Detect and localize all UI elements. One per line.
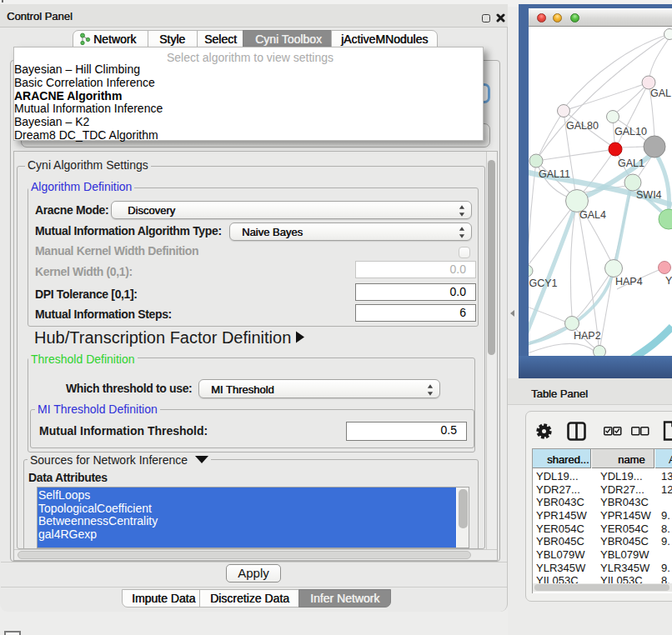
svg-text:HAP4: HAP4	[615, 276, 643, 288]
svg-text:Y: Y	[665, 275, 672, 287]
svg-text:GAL80: GAL80	[566, 120, 599, 132]
svg-text:GAL: GAL	[650, 88, 671, 99]
svg-text:GAL4: GAL4	[579, 209, 606, 221]
svg-text:GAL1: GAL1	[618, 158, 644, 169]
svg-text:GAL10: GAL10	[614, 126, 647, 138]
svg-text:HAP2: HAP2	[574, 330, 601, 342]
svg-text:GCY1: GCY1	[529, 278, 558, 289]
svg-text:SWI4: SWI4	[636, 189, 662, 201]
svg-text:GAL11: GAL11	[539, 168, 570, 180]
